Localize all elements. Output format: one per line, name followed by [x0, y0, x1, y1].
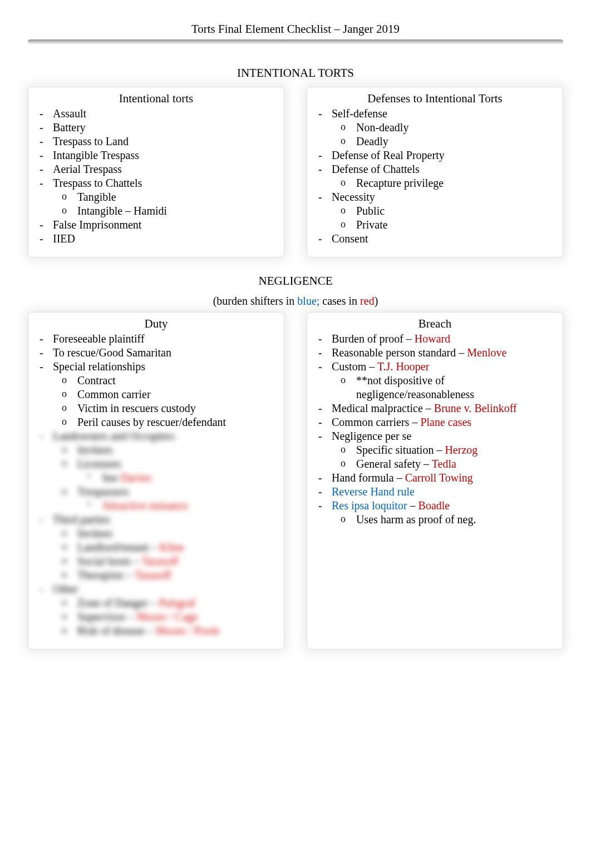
caption-text: cases in: [319, 295, 360, 307]
list-item: Uses harm as proof of neg.: [353, 513, 555, 527]
item-text: Tangible: [77, 191, 116, 203]
sublist: See Davies: [77, 471, 276, 485]
list-item: Common carriers – Plane cases: [328, 415, 555, 429]
item-text: Risk of disease –: [77, 624, 156, 637]
item-text: Intangible Trespass: [53, 149, 139, 161]
list-item: TrespassersAttractive nuisance: [74, 485, 276, 513]
list-item: Self-defenseNon-deadlyDeadly: [328, 107, 555, 148]
list-item: Aerial Trespass: [50, 162, 276, 176]
list-item: Trespass to Land: [50, 135, 276, 148]
panel-title: Duty: [36, 317, 276, 331]
item-text: –: [407, 499, 418, 512]
item-text: Trespass to Land: [53, 135, 129, 147]
list-item: Peril causes by rescuer/defendant: [74, 415, 276, 429]
caption-text: (burden shifters in: [213, 295, 298, 307]
sublist: ContractCommon carrierVictim in rescuers…: [53, 374, 276, 429]
item-red: Menlove: [467, 346, 506, 359]
list-item: Medical malpractice – Brune v. Belinkoff: [328, 401, 555, 415]
item-text: Trespassers: [77, 485, 129, 498]
list-item: Private: [353, 218, 555, 232]
sublist: Specific situation – HerzogGeneral safet…: [332, 443, 555, 471]
item-text: Custom –: [332, 360, 377, 373]
item-text: Contract: [77, 374, 116, 386]
item-text: Trespass to Chattels: [53, 177, 142, 189]
item-text: Peril causes by rescuer/defendant: [77, 416, 226, 428]
list-item: NecessityPublicPrivate: [328, 190, 555, 232]
item-text: Other: [53, 583, 78, 595]
item-text: Intangible – Hamidi: [77, 205, 167, 217]
item-text: Common carriers –: [332, 416, 420, 428]
item-red: Palsgraf: [159, 597, 196, 609]
caption-blue: blue;: [297, 295, 319, 307]
list-defenses-intentional: Self-defenseNon-deadlyDeadlyDefense of R…: [315, 107, 555, 246]
item-text: Supervisor –: [77, 611, 137, 623]
list-item: Zone of Danger – Palsgraf: [74, 596, 276, 610]
item-red: T.J. Hooper: [377, 360, 430, 373]
list-item: To rescue/Good Samaritan: [50, 346, 276, 360]
item-text: Third parties: [53, 513, 110, 525]
list-item: Assault: [50, 107, 276, 121]
panel-breach: Breach Burden of proof – HowardReasonabl…: [307, 312, 563, 649]
item-text: Recapture privilege: [356, 177, 444, 189]
list-item: False Imprisonment: [50, 218, 276, 232]
item-text: Victim in rescuers custody: [77, 402, 196, 414]
list-item: LicenseesSee Davies: [74, 457, 276, 485]
list-item: Custom – T.J. Hooper**not dispositive of…: [328, 360, 555, 401]
list-item: Invitees: [74, 527, 276, 540]
item-text: **not dispositive of negligence/reasonab…: [356, 374, 474, 400]
item-text: Aerial Trespass: [53, 163, 122, 175]
row-negligence: Duty Foreseeable plaintiffTo rescue/Good…: [28, 312, 563, 649]
item-red: Plane cases: [420, 416, 471, 428]
list-item: Foreseeable plaintiff: [50, 332, 276, 346]
list-item: Battery: [50, 121, 276, 135]
list-item: Reverse Hand rule: [328, 485, 555, 499]
item-red: Moore / Poole: [156, 624, 219, 637]
list-item: Res ipsa loquitor – BoadleUses harm as p…: [328, 499, 555, 527]
list-item: Contract: [74, 374, 276, 388]
list-intentional-torts: AssaultBatteryTrespass to LandIntangible…: [36, 107, 276, 246]
list-item: Public: [353, 204, 555, 218]
divider: [28, 39, 563, 44]
panel-title: Intentional torts: [36, 92, 276, 106]
item-text: Invitees: [77, 444, 112, 456]
caption-red: red: [360, 295, 375, 307]
sublist: Uses harm as proof of neg.: [332, 513, 555, 527]
list-item: See Davies: [98, 471, 276, 485]
list-item: Common carrier: [74, 388, 276, 401]
list-item: Intangible Trespass: [50, 148, 276, 162]
item-red: Tarasoff: [135, 569, 171, 581]
item-text: Hand formula –: [332, 472, 405, 484]
item-red: Carroll Towing: [405, 472, 473, 484]
panel-duty: Duty Foreseeable plaintiffTo rescue/Good…: [28, 312, 284, 649]
list-item: Landlord/tenant – Kline: [74, 540, 276, 554]
item-text: Foreseeable plaintiff: [53, 333, 145, 345]
item-text: Reasonable person standard –: [332, 346, 467, 359]
item-red: Boadle: [418, 499, 450, 512]
item-red: Tedla: [432, 458, 456, 470]
item-text: Battery: [53, 121, 86, 133]
list-item: Social hosts – Tarasoff: [74, 554, 276, 568]
item-text: Landowners and Occupiers: [53, 430, 175, 442]
section-heading-intentional: INTENTIONAL TORTS: [28, 66, 563, 80]
list-item: Recapture privilege: [353, 176, 555, 190]
item-text: Special relationships: [53, 360, 145, 373]
item-text: Private: [356, 219, 388, 231]
list-breach: Burden of proof – HowardReasonable perso…: [315, 332, 555, 527]
item-text: Defense of Real Property: [332, 149, 445, 161]
item-text: Consent: [332, 232, 368, 245]
list-item: Hand formula – Carroll Towing: [328, 471, 555, 485]
list-item: Burden of proof – Howard: [328, 332, 555, 346]
item-text: Common carrier: [77, 388, 151, 400]
list-item: Negligence per seSpecific situation – He…: [328, 429, 555, 471]
list-item: Intangible – Hamidi: [74, 204, 276, 218]
item-text: Defense of Chattels: [332, 163, 420, 175]
item-red: Davies: [121, 472, 152, 484]
list-item: Third partiesInviteesLandlord/tenant – K…: [50, 513, 276, 582]
section-heading-negligence: NEGLIGENCE: [28, 274, 563, 288]
list-item: Landowners and OccupiersInviteesLicensee…: [50, 429, 276, 513]
row-intentional: Intentional torts AssaultBatteryTrespass…: [28, 87, 563, 257]
sublist: Attractive nuisance: [77, 499, 276, 513]
item-text: Licensees: [77, 458, 121, 470]
sublist: InviteesLandlord/tenant – KlineSocial ho…: [53, 527, 276, 582]
item-red: Herzog: [445, 444, 477, 456]
